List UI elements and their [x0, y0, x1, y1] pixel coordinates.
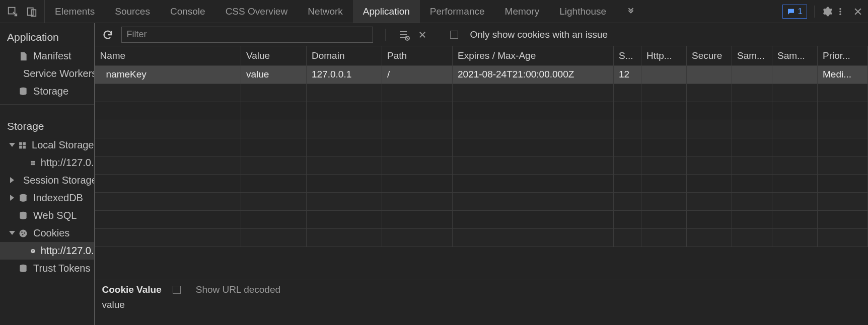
sidebar-item-storage[interactable]: Storage: [0, 83, 94, 100]
tab-application[interactable]: Application: [353, 0, 420, 23]
svg-rect-1: [28, 8, 33, 15]
url-decoded-checkbox[interactable]: [173, 286, 181, 294]
svg-point-21: [20, 229, 27, 237]
only-issues-checkbox[interactable]: [450, 31, 458, 39]
table-row[interactable]: [95, 192, 868, 210]
cell-priority: Medi...: [818, 65, 868, 84]
filter-input[interactable]: [121, 27, 373, 43]
tab-css-overview[interactable]: CSS Overview: [215, 0, 298, 23]
sidebar-label: http://127.0.: [41, 157, 94, 169]
cell-secure: [687, 65, 732, 84]
kebab-menu-icon[interactable]: [836, 6, 845, 17]
svg-point-26: [32, 250, 32, 250]
col-priority[interactable]: Prior...: [818, 46, 868, 65]
application-sidebar: Application Manifest Service Workers Sto…: [0, 23, 95, 325]
cell-sameparty: [772, 65, 818, 84]
cookie-value-title: Cookie Value: [102, 284, 162, 295]
sidebar-item-cookies-origin[interactable]: http://127.0.: [0, 242, 94, 260]
sidebar-item-service-workers[interactable]: Service Workers: [0, 65, 94, 83]
delete-icon[interactable]: [418, 30, 427, 39]
tab-network[interactable]: Network: [298, 0, 353, 23]
table-row[interactable]: [95, 120, 868, 138]
col-value[interactable]: Value: [241, 46, 307, 65]
svg-point-24: [22, 234, 24, 235]
col-name[interactable]: Name: [95, 46, 241, 65]
tab-console[interactable]: Console: [160, 0, 215, 23]
svg-point-27: [33, 250, 34, 251]
settings-icon[interactable]: [822, 6, 833, 17]
device-toolbar-icon[interactable]: [26, 6, 37, 17]
inspect-icon[interactable]: [7, 6, 18, 17]
only-issues-label: Only show cookies with an issue: [470, 29, 608, 40]
devtools-tabbar: Elements Sources Console CSS Overview Ne…: [0, 0, 868, 23]
col-expires[interactable]: Expires / Max-Age: [453, 46, 614, 65]
svg-point-28: [32, 251, 33, 252]
cell-samesite: [732, 65, 772, 84]
sidebar-item-trust-tokens[interactable]: Trust Tokens: [0, 260, 94, 277]
col-samesite[interactable]: Sam...: [732, 46, 772, 65]
file-icon: [18, 51, 28, 61]
table-row[interactable]: nameKey value 127.0.0.1 / 2021-08-24T21:…: [95, 65, 868, 84]
col-path[interactable]: Path: [382, 46, 453, 65]
col-domain[interactable]: Domain: [307, 46, 382, 65]
clear-all-icon[interactable]: [398, 29, 410, 41]
refresh-icon[interactable]: [102, 29, 113, 40]
svg-point-22: [21, 231, 23, 233]
issues-button[interactable]: 1: [782, 5, 807, 19]
col-sameparty[interactable]: Sam...: [772, 46, 818, 65]
table-row[interactable]: [95, 138, 868, 156]
url-decoded-label: Show URL decoded: [196, 284, 280, 295]
table-row[interactable]: [95, 102, 868, 120]
cell-size: 12: [614, 65, 641, 84]
col-secure[interactable]: Secure: [687, 46, 732, 65]
tab-sources[interactable]: Sources: [105, 0, 160, 23]
sidebar-section-application: Application: [0, 26, 94, 47]
table-header-row: Name Value Domain Path Expires / Max-Age…: [95, 46, 868, 65]
table-row[interactable]: [95, 210, 868, 228]
chevron-right-icon[interactable]: [10, 195, 14, 201]
table-row[interactable]: [95, 174, 868, 192]
tabbar-right-icons: 1: [777, 0, 868, 23]
svg-point-23: [24, 232, 25, 233]
sidebar-label: Service Workers: [23, 68, 95, 79]
chevron-right-icon[interactable]: [10, 177, 14, 183]
sidebar-label: Manifest: [33, 50, 71, 62]
table-row[interactable]: [95, 156, 868, 174]
database-icon: [18, 87, 28, 97]
sidebar-label: Trust Tokens: [33, 263, 90, 274]
database-icon: [18, 264, 28, 274]
cell-expires: 2021-08-24T21:00:00.000Z: [453, 65, 614, 84]
svg-rect-11: [31, 160, 33, 162]
sidebar-label: http://127.0.: [41, 245, 94, 257]
cell-httponly: [641, 65, 687, 84]
svg-rect-13: [31, 163, 33, 165]
chevron-down-icon[interactable]: [9, 231, 15, 235]
cookies-pane: Only show cookies with an issue Name Val…: [95, 23, 869, 325]
close-icon[interactable]: [853, 7, 863, 17]
sidebar-label: Session Storage: [23, 175, 95, 186]
tab-overflow[interactable]: [616, 0, 645, 23]
cell-name: nameKey: [95, 65, 241, 84]
sidebar-item-websql[interactable]: Web SQL: [0, 207, 94, 224]
cookie-detail-pane: Cookie Value Show URL decoded value: [95, 280, 869, 325]
cookie-icon: [18, 228, 28, 238]
tab-elements[interactable]: Elements: [45, 0, 105, 23]
cookies-table: Name Value Domain Path Expires / Max-Age…: [95, 46, 869, 280]
sidebar-item-manifest[interactable]: Manifest: [0, 47, 94, 65]
cell-domain: 127.0.0.1: [307, 65, 382, 84]
table-row[interactable]: [95, 228, 868, 247]
issues-count: 1: [798, 7, 803, 17]
tab-performance[interactable]: Performance: [420, 0, 495, 23]
col-httponly[interactable]: Http...: [641, 46, 687, 65]
svg-rect-9: [19, 145, 22, 148]
grid-icon: [18, 140, 27, 150]
database-icon: [18, 193, 28, 203]
tabbar-tabs: Elements Sources Console CSS Overview Ne…: [45, 0, 645, 23]
sidebar-item-local-storage-origin[interactable]: http://127.0.: [0, 154, 94, 172]
sidebar-label: Web SQL: [33, 210, 77, 221]
table-row[interactable]: [95, 84, 868, 102]
col-size[interactable]: S...: [614, 46, 641, 65]
tab-lighthouse[interactable]: Lighthouse: [549, 0, 616, 23]
tab-memory[interactable]: Memory: [495, 0, 550, 23]
chevron-down-icon[interactable]: [9, 143, 15, 147]
